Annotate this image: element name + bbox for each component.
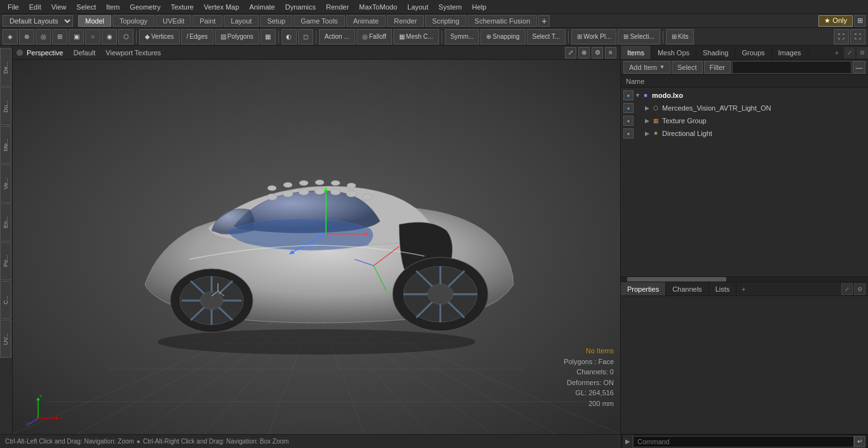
fullscreen-btn[interactable]: ⛶ (834, 29, 849, 44)
mesh-display-icon[interactable]: ▦ (261, 29, 276, 44)
sidebar-item-du[interactable]: Du... (0, 87, 11, 125)
mesh-c-button[interactable]: ▦ Mesh C... (393, 29, 439, 44)
box-icon[interactable]: ▣ (69, 29, 84, 44)
menu-vertex-map[interactable]: Vertex Map (199, 2, 245, 12)
rp-tab-shading[interactable]: Shading (696, 46, 735, 59)
menu-layout[interactable]: Layout (402, 2, 433, 12)
menu-edit[interactable]: Edit (24, 2, 46, 12)
item-mercedes[interactable]: ● ▶ ⬡ Mercedes_Vision_AVTR_Light_ON (621, 102, 868, 114)
menu-item[interactable]: Item (101, 2, 125, 12)
perspective-label[interactable]: Perspective (27, 49, 63, 57)
sidebar-item-uv[interactable]: UV... (0, 320, 11, 358)
vp-menu-btn[interactable]: ≡ (605, 47, 616, 58)
item-expand-modo-lxo[interactable]: ▼ (635, 92, 641, 98)
tab-render[interactable]: Render (387, 15, 424, 27)
default-label[interactable]: Default (73, 49, 95, 57)
item-eye-texture[interactable]: ● (623, 116, 634, 126)
item-expand-light[interactable]: ▶ (645, 130, 651, 137)
select-button[interactable]: Select (672, 61, 703, 74)
item-expand-texture[interactable]: ▶ (645, 118, 651, 124)
sidebar-item-me[interactable]: Me... (0, 126, 11, 164)
item-eye-modo-lxo[interactable]: ● (623, 90, 634, 100)
menu-dynamics[interactable]: Dynamics (280, 2, 321, 12)
filter-button[interactable]: Filter (704, 61, 731, 74)
add-tab-button[interactable]: + (538, 15, 550, 27)
item-texture-group[interactable]: ● ▶ ▦ Texture Group (621, 114, 868, 127)
tab-layout[interactable]: Layout (224, 15, 259, 27)
snapping-button[interactable]: ⊕ Snapping (480, 29, 525, 44)
rp-tab-mesh-ops[interactable]: Mesh Ops (651, 46, 696, 59)
tab-game-tools[interactable]: Game Tools (294, 15, 345, 27)
tab-model[interactable]: Model (78, 15, 111, 27)
action-button[interactable]: Action ... (319, 29, 355, 44)
prop-settings-btn[interactable]: ⚙ (854, 283, 865, 295)
prop-tab-lists[interactable]: Lists (709, 282, 737, 295)
items-search-input[interactable] (732, 61, 851, 74)
item-eye-mercedes[interactable]: ● (623, 103, 634, 113)
select-t-button[interactable]: Select T... (527, 29, 566, 44)
rp-tab-groups[interactable]: Groups (735, 46, 771, 59)
lasso-icon[interactable]: ◎ (36, 29, 51, 44)
work-pl-button[interactable]: ⊞ Work Pl... (571, 29, 616, 44)
add-item-button[interactable]: Add Item ▼ (623, 61, 670, 74)
command-input[interactable] (633, 436, 854, 447)
viewport-3d[interactable]: No Items Polygons : Face Channels: 0 Def… (13, 60, 620, 434)
item-eye-light[interactable]: ● (623, 128, 634, 139)
menu-file[interactable]: File (3, 2, 24, 12)
sidebar-item-c[interactable]: C... (0, 281, 11, 319)
tab-schematic-fusion[interactable]: Schematic Fusion (468, 15, 537, 27)
rp-tab-items[interactable]: Items (621, 46, 651, 59)
sidebar-item-ve[interactable]: Ve... (0, 165, 11, 203)
tab-animate[interactable]: Animate (346, 15, 386, 27)
symmetry-button[interactable]: Symm... (445, 29, 480, 44)
edges-button[interactable]: / Edges (181, 29, 214, 44)
tab-setup[interactable]: Setup (260, 15, 292, 27)
rp-expand-button[interactable]: ⤢ (844, 47, 855, 58)
select-mode-icon[interactable]: ◈ (3, 29, 18, 44)
sidebar-item-de[interactable]: De... (0, 48, 11, 86)
rp-tab-images[interactable]: Images (772, 46, 808, 59)
falloff-button[interactable]: ◎ Falloff (356, 29, 392, 44)
menu-geometry[interactable]: Geometry (125, 2, 165, 12)
transform-icon[interactable]: ⊕ (19, 29, 34, 44)
item-expand-mercedes[interactable]: ▶ (645, 105, 651, 111)
circle-icon[interactable]: ○ (85, 29, 100, 44)
prop-tab-properties[interactable]: Properties (621, 282, 666, 295)
command-arrow-btn[interactable]: ▶ (623, 435, 633, 449)
maximize-btn[interactable]: ⛶ (850, 29, 865, 44)
vp-maximize-btn[interactable]: ⤢ (565, 47, 576, 58)
menu-view[interactable]: View (46, 2, 72, 12)
menu-select[interactable]: Select (71, 2, 101, 12)
menu-maxtomodo[interactable]: MaxToModo (354, 2, 402, 12)
prop-add-tab-button[interactable]: + (736, 285, 750, 293)
vp-camera-btn[interactable]: ⊕ (578, 47, 590, 58)
items-scrollbar[interactable] (621, 276, 868, 282)
wire-icon[interactable]: ◻ (298, 29, 313, 44)
toolbar-expand-button[interactable]: ⊞ (854, 15, 865, 27)
items-minus-button[interactable]: — (853, 61, 865, 74)
scrollbar-thumb[interactable] (627, 277, 726, 282)
star-only-button[interactable]: ★ Only (818, 15, 853, 27)
menu-help[interactable]: Help (467, 2, 492, 12)
menu-render[interactable]: Render (321, 2, 354, 12)
prop-tab-channels[interactable]: Channels (666, 282, 709, 295)
polygons-button[interactable]: ▨ Polygons (215, 29, 259, 44)
prop-expand-btn[interactable]: ⤢ (841, 283, 853, 295)
add-panel-tab-button[interactable]: + (830, 46, 844, 60)
show-hide-icon[interactable]: ◐ (281, 29, 297, 44)
menu-system[interactable]: System (433, 2, 467, 12)
pivot-icon[interactable]: ⊞ (52, 29, 67, 44)
kits-button[interactable]: ⊞ Kits (666, 29, 695, 44)
layout-dropdown[interactable]: Default Layouts (3, 15, 73, 27)
tab-topology[interactable]: Topology (112, 15, 154, 27)
vp-settings-btn[interactable]: ⚙ (592, 47, 603, 58)
item-modo-lxo[interactable]: ● ▼ ■ modo.lxo (621, 89, 868, 102)
vertices-button[interactable]: ◆ Vertices (139, 29, 180, 44)
menu-animate[interactable]: Animate (244, 2, 280, 12)
tab-uvedit[interactable]: UVEdit (156, 15, 191, 27)
sphere-icon[interactable]: ◉ (102, 29, 117, 44)
poly-icon[interactable]: ⬡ (118, 29, 133, 44)
menu-texture[interactable]: Texture (166, 2, 199, 12)
sidebar-item-po[interactable]: Po... (0, 242, 11, 280)
item-dir-light[interactable]: ● ▶ ☀ Directional Light (621, 127, 868, 140)
